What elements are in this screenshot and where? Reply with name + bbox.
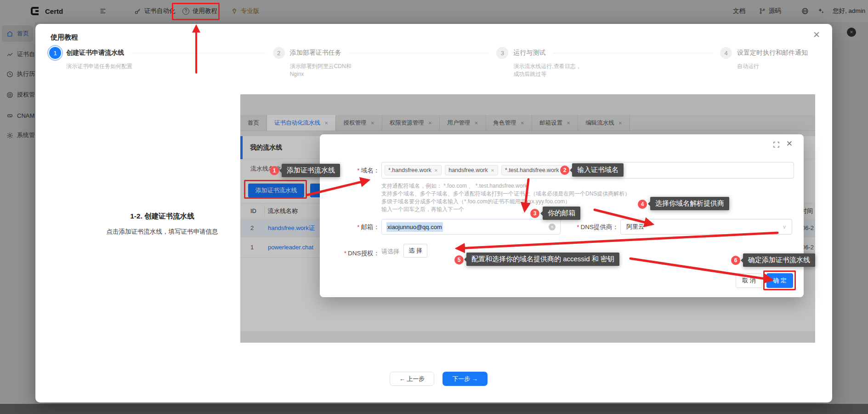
fullscreen-icon[interactable] bbox=[773, 141, 780, 150]
domain-tags-input[interactable]: *.handsfree.work✕ handsfree.work✕ *.test… bbox=[381, 162, 794, 178]
chevron-down-icon: ∨ bbox=[783, 224, 786, 230]
dns-auth-placeholder: 请选择 bbox=[381, 247, 399, 256]
prev-step-button[interactable]: ← 上一步 bbox=[390, 372, 434, 386]
ok-button[interactable]: 确 定 bbox=[766, 273, 793, 288]
step-4-number: 4 bbox=[720, 47, 732, 59]
dns-provider-select[interactable]: 阿里云 ∨ bbox=[620, 219, 792, 235]
section-desc: 点击添加证书流水线，填写证书申请信息 bbox=[90, 228, 235, 236]
dns-auth-label: *DNS授权： bbox=[329, 249, 380, 258]
email-label: *邮箱： bbox=[334, 223, 380, 231]
domain-help-text: 支持通配符域名，例如： *.foo.com 、 *.test.handsfree… bbox=[381, 182, 630, 213]
step-connector bbox=[553, 53, 713, 53]
step-1-number: 1 bbox=[49, 47, 61, 59]
step-1: 1 创建证书申请流水线 演示证书申请任务如何配置 bbox=[49, 47, 273, 78]
step-4: 4 设置定时执行和邮件通知 自动运行 bbox=[720, 47, 816, 78]
tutorial-title: 使用教程 bbox=[51, 33, 78, 42]
domain-tag: handsfree.work✕ bbox=[445, 165, 498, 175]
dns-auth-choose-button[interactable]: 选 择 bbox=[403, 244, 427, 258]
tutorial-modal: 使用教程 ✕ 1 创建证书申请流水线 演示证书申请任务如何配置 2 添加部署证书… bbox=[35, 24, 832, 402]
tag-close-icon[interactable]: ✕ bbox=[434, 168, 438, 173]
tag-close-icon[interactable]: ✕ bbox=[562, 168, 565, 173]
step-3-title: 运行与测试 bbox=[513, 49, 545, 57]
step-3: 3 运行与测试 演示流水线运行,查看日志，成功后跳过等 bbox=[496, 47, 720, 78]
tag-close-icon[interactable]: ✕ bbox=[491, 168, 494, 173]
next-step-button[interactable]: 下一步 → bbox=[443, 372, 488, 386]
add-pipeline-dialog: ✕ *域名： *.handsfree.work✕ handsfree.work✕… bbox=[320, 134, 804, 297]
step-1-desc: 演示证书申请任务如何配置 bbox=[66, 63, 135, 70]
clear-icon[interactable]: ✕ bbox=[549, 224, 556, 230]
step-connector bbox=[349, 53, 489, 53]
dns-provider-value: 阿里云 bbox=[626, 223, 644, 231]
cancel-button[interactable]: 取 消 bbox=[736, 273, 762, 288]
step-2-number: 2 bbox=[273, 47, 285, 59]
domain-label: *域名： bbox=[334, 167, 380, 175]
dns-provider-label: *DNS提供商： bbox=[559, 223, 618, 231]
step-3-desc: 演示流水线运行,查看日志，成功后跳过等 bbox=[513, 63, 582, 78]
step-section-text: 1-2. 创建证书流水线 点击添加证书流水线，填写证书申请信息 bbox=[90, 212, 235, 236]
email-field[interactable]: xiaojunnuo@qq.com ✕ bbox=[381, 219, 561, 235]
step-3-number: 3 bbox=[496, 47, 508, 59]
tutorial-close-icon[interactable]: ✕ bbox=[813, 29, 820, 40]
step-1-title: 创建证书申请流水线 bbox=[66, 49, 124, 57]
email-value: xiaojunnuo@qq.com bbox=[386, 222, 443, 232]
step-2: 2 添加部署证书任务 演示部署到阿里云CDN和Nginx bbox=[273, 47, 497, 78]
step-4-desc: 自动运行 bbox=[737, 63, 806, 70]
step-connector bbox=[131, 53, 266, 53]
dialog-close-icon[interactable]: ✕ bbox=[786, 139, 793, 149]
tutorial-steps: 1 创建证书申请流水线 演示证书申请任务如何配置 2 添加部署证书任务 演示部署… bbox=[49, 47, 816, 78]
step-2-title: 添加部署证书任务 bbox=[290, 49, 341, 57]
step-4-title: 设置定时执行和邮件通知 bbox=[737, 49, 808, 57]
domain-tag: *.handsfree.work✕ bbox=[385, 165, 442, 175]
section-heading: 1-2. 创建证书流水线 bbox=[90, 212, 235, 221]
domain-tag: *.test.handsfree.work✕ bbox=[501, 165, 569, 175]
step-2-desc: 演示部署到阿里云CDN和Nginx bbox=[290, 63, 359, 78]
